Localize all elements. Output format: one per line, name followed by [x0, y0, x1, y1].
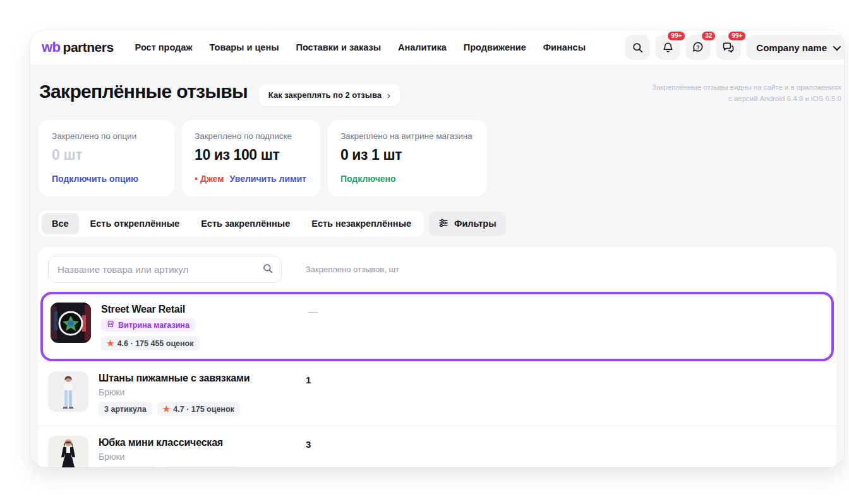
- product-title: Юбка мини классическая: [99, 437, 241, 448]
- version-note: Закреплённые отзывы видны на сайте и в п…: [652, 81, 841, 105]
- product-cell: Юбка мини классическая Брюки 5 артикулов…: [48, 436, 306, 467]
- page-title: Закреплённые отзывы: [39, 81, 248, 102]
- help-bubble-icon: ?: [692, 41, 704, 54]
- card-pinned-by-subscription: Закреплено по подписке 10 из 100 шт Джем…: [182, 120, 320, 196]
- product-meta: ★4.6 · 175 455 оценок: [101, 336, 200, 351]
- support-button[interactable]: ? 32: [685, 35, 711, 60]
- howto-pin-button[interactable]: Как закреплять по 2 отзыва ›: [259, 84, 400, 106]
- storefront-icon: [107, 320, 114, 330]
- notifications-badge: 99+: [666, 30, 686, 42]
- tab-has-unpinned[interactable]: Есть откреплённые: [80, 213, 190, 234]
- card-subscription-label: Закреплено по подписке: [195, 131, 306, 141]
- table-row[interactable]: Штаны пижамные с завязками Брюки 3 артик…: [38, 361, 836, 426]
- card-showcase-label: Закреплено на витрине магазина: [340, 131, 473, 141]
- table-row-showcase[interactable]: Street Wear Retail Витрина магазина ★4.6…: [43, 294, 831, 359]
- filters-label: Фильтры: [454, 219, 496, 229]
- rating-text: 4.6 · 175 455 оценок: [117, 339, 194, 348]
- product-title: Street Wear Retail: [101, 304, 200, 315]
- product-meta: 3 артикула ★4.7 · 175 оценок: [99, 402, 250, 416]
- filters-button[interactable]: Фильтры: [429, 212, 505, 236]
- stat-cards: Закреплено по опции 0 шт Подключить опци…: [39, 120, 835, 196]
- nav-finance[interactable]: Финансы: [543, 42, 586, 52]
- product-category: Брюки: [99, 387, 250, 397]
- tab-has-pinned[interactable]: Есть закреплённые: [191, 213, 300, 234]
- rating-pill: ★4.4 · 77 оценок: [162, 466, 241, 467]
- search-icon: [262, 263, 274, 277]
- main-nav: Рост продаж Товары и цены Поставки и зак…: [135, 42, 586, 52]
- tab-has-not-pinned[interactable]: Есть незакреплённые: [301, 213, 421, 234]
- rating-pill: ★4.6 · 175 455 оценок: [101, 336, 200, 351]
- bell-icon: [662, 42, 674, 54]
- chats-button[interactable]: 99+: [716, 35, 741, 60]
- nav-supplies-orders[interactable]: Поставки и заказы: [296, 42, 382, 52]
- app-window: wb partners Рост продаж Товары и цены По…: [30, 30, 844, 467]
- card-option-label: Закреплено по опции: [52, 131, 160, 141]
- version-note-line1: Закреплённые отзывы видны на сайте и в п…: [652, 82, 841, 93]
- pinned-count: 1: [306, 371, 826, 416]
- svg-text:?: ?: [697, 44, 700, 51]
- articles-pill: 3 артикула: [99, 402, 152, 416]
- connect-option-link[interactable]: Подключить опцию: [52, 174, 138, 184]
- product-thumbnail: [48, 371, 88, 412]
- product-search[interactable]: [48, 256, 282, 283]
- sliders-icon: [438, 218, 449, 230]
- star-icon: ★: [107, 339, 114, 348]
- version-note-line2: с версий Android 6.4.9 и iOS 6.5.0: [652, 93, 841, 105]
- howto-pin-label: Как закреплять по 2 отзыва: [268, 90, 382, 100]
- product-info: Юбка мини классическая Брюки 5 артикулов…: [99, 436, 241, 467]
- increase-limit-link[interactable]: Увеличить лимит: [230, 174, 306, 184]
- tab-all[interactable]: Все: [42, 213, 79, 234]
- search-icon: [632, 42, 644, 54]
- column-header-pinned-reviews: Закреплено отзывов, шт: [306, 265, 826, 274]
- connected-status: Подключено: [340, 174, 396, 184]
- table-row[interactable]: Юбка мини классическая Брюки 5 артикулов…: [38, 426, 836, 467]
- card-pinned-by-option: Закреплено по опции 0 шт Подключить опци…: [39, 120, 174, 196]
- chevron-down-icon: [833, 42, 841, 51]
- company-selector[interactable]: Company name: [746, 35, 844, 60]
- rating-text: 4.7 · 175 оценок: [173, 405, 234, 414]
- wb-partners-logo[interactable]: wb partners: [42, 39, 114, 56]
- card-pinned-on-showcase: Закреплено на витрине магазина 0 из 1 шт…: [328, 120, 486, 196]
- top-navigation-bar: wb partners Рост продаж Товары и цены По…: [30, 30, 844, 64]
- products-list: Закреплено отзывов, шт: [38, 247, 836, 467]
- card-subscription-value: 10 из 100 шт: [195, 147, 306, 164]
- showcase-badge-label: Витрина магазина: [118, 321, 190, 330]
- nav-promotion[interactable]: Продвижение: [464, 42, 526, 52]
- tabs-row: Все Есть откреплённые Есть закреплённые …: [39, 210, 835, 237]
- nav-sales-growth[interactable]: Рост продаж: [135, 42, 193, 52]
- card-option-value: 0 шт: [52, 147, 160, 164]
- jam-tag[interactable]: Джем: [195, 174, 224, 184]
- product-thumbnail: [48, 436, 88, 467]
- list-header: Закреплено отзывов, шт: [38, 247, 836, 291]
- rating-pill: ★4.7 · 175 оценок: [157, 402, 240, 416]
- logo-partners: partners: [63, 40, 114, 55]
- chats-badge: 99+: [727, 30, 747, 42]
- highlighted-row-wrapper: Street Wear Retail Витрина магазина ★4.6…: [40, 292, 834, 361]
- showcase-badge: Витрина магазина: [101, 318, 195, 332]
- nav-analytics[interactable]: Аналитика: [398, 42, 447, 52]
- logo-wb: wb: [42, 39, 61, 56]
- product-search-input[interactable]: [57, 264, 262, 275]
- product-category: Брюки: [99, 452, 241, 462]
- tabs-group: Все Есть откреплённые Есть закреплённые …: [39, 210, 424, 237]
- product-cell: Штаны пижамные с завязками Брюки 3 артик…: [48, 371, 306, 416]
- star-icon: ★: [163, 404, 171, 414]
- chevron-right-icon: ›: [387, 92, 390, 99]
- title-row: Закреплённые отзывы Как закреплять по 2 …: [39, 81, 835, 106]
- product-info: Street Wear Retail Витрина магазина ★4.6…: [101, 303, 200, 351]
- chats-icon: [722, 41, 735, 54]
- search-button[interactable]: [625, 35, 650, 60]
- pinned-count: —: [308, 303, 824, 351]
- nav-goods-prices[interactable]: Товары и цены: [210, 42, 279, 52]
- product-cell: Street Wear Retail Витрина магазина ★4.6…: [51, 303, 308, 351]
- product-meta: 5 артикулов ★4.4 · 77 оценок: [99, 466, 241, 467]
- company-name: Company name: [756, 42, 827, 53]
- product-info: Штаны пижамные с завязками Брюки 3 артик…: [99, 371, 250, 416]
- notifications-button[interactable]: 99+: [655, 35, 680, 60]
- card-showcase-value: 0 из 1 шт: [340, 147, 473, 164]
- pinned-count: 3: [306, 436, 826, 467]
- articles-pill: 5 артикулов: [99, 466, 157, 467]
- support-badge: 32: [701, 30, 716, 42]
- top-actions: 99+ ? 32 99+ Company name: [625, 35, 833, 60]
- product-title: Штаны пижамные с завязками: [99, 373, 250, 384]
